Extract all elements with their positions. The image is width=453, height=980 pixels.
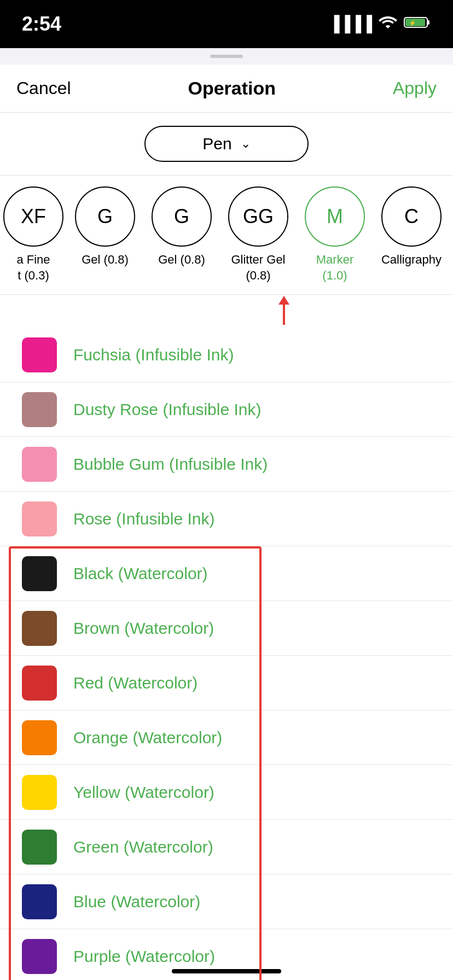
color-name-fuchsia: Fuchsia (Infusible Ink) — [73, 346, 234, 364]
color-name-yellow: Yellow (Watercolor) — [73, 783, 214, 802]
status-time: 2:54 — [22, 13, 61, 36]
cancel-button[interactable]: Cancel — [16, 78, 71, 98]
list-item[interactable]: Blue (Watercolor) — [0, 874, 453, 929]
pen-type-label-xf: a Finet (0.3) — [16, 252, 50, 283]
sheet-handle-area — [0, 48, 453, 65]
pen-type-circle-gel1: G — [75, 186, 135, 247]
pen-type-circle-calligraphy: C — [381, 186, 442, 247]
pen-type-label-gel1: Gel (0.8) — [82, 252, 129, 268]
svg-marker-5 — [278, 296, 289, 305]
status-bar: 2:54 ▐▐▐▐ ⚡ — [0, 0, 453, 48]
svg-text:⚡: ⚡ — [409, 19, 416, 27]
list-item[interactable]: Red (Watercolor) — [0, 656, 453, 710]
color-name-dustyrose: Dusty Rose (Infusible Ink) — [73, 400, 261, 419]
pen-type-item-calligraphy[interactable]: C Calligraphy — [373, 186, 450, 268]
pen-type-item-gel2[interactable]: G Gel (0.8) — [143, 186, 220, 268]
apply-button[interactable]: Apply — [393, 78, 437, 98]
wifi-icon — [379, 15, 397, 33]
color-name-bubblegum: Bubble Gum (Infusible Ink) — [73, 455, 268, 474]
color-swatch-rose — [22, 501, 57, 536]
color-list-container: Fuchsia (Infusible Ink) Dusty Rose (Infu… — [0, 328, 453, 980]
color-swatch-orange — [22, 720, 57, 755]
color-swatch-yellow — [22, 775, 57, 810]
list-item[interactable]: Black (Watercolor) — [0, 546, 453, 601]
pen-type-circle-marker: M — [305, 186, 365, 247]
dropdown-selected-value: Pen — [202, 135, 231, 153]
pen-type-circle-glitter: GG — [228, 186, 288, 247]
list-item[interactable]: Rose (Infusible Ink) — [0, 492, 453, 546]
main-container: Cancel Operation Apply Pen ⌄ XF a Finet … — [0, 48, 453, 980]
color-swatch-black — [22, 556, 57, 591]
color-swatch-red — [22, 666, 57, 701]
color-swatch-blue — [22, 884, 57, 919]
dropdown-area: Pen ⌄ — [0, 113, 453, 176]
pen-type-label-glitter: Glitter Gel(0.8) — [231, 252, 285, 283]
pen-type-label-calligraphy: Calligraphy — [381, 252, 442, 268]
pen-type-dropdown[interactable]: Pen ⌄ — [144, 126, 309, 162]
pen-type-item-gel1[interactable]: G Gel (0.8) — [67, 186, 143, 268]
color-name-blue: Blue (Watercolor) — [73, 892, 200, 911]
pen-type-circle-gel2: G — [152, 186, 212, 247]
color-name-orange: Orange (Watercolor) — [73, 728, 222, 747]
color-name-green: Green (Watercolor) — [73, 838, 213, 856]
color-swatch-green — [22, 830, 57, 865]
arrow-annotation-area — [0, 295, 453, 328]
battery-icon: ⚡ — [404, 15, 431, 33]
pen-type-circle-xf: XF — [3, 186, 63, 247]
pen-type-selector: XF a Finet (0.3) G Gel (0.8) G Gel (0.8)… — [0, 176, 453, 295]
page-title: Operation — [188, 78, 276, 99]
color-name-purple: Purple (Watercolor) — [73, 947, 215, 966]
annotation-arrow-svg — [0, 295, 453, 328]
pen-type-label-gel2: Gel (0.8) — [158, 252, 205, 268]
home-indicator — [172, 969, 281, 973]
sheet-handle — [210, 55, 243, 58]
color-name-rose: Rose (Infusible Ink) — [73, 510, 214, 528]
list-item[interactable]: Brown (Watercolor) — [0, 601, 453, 656]
list-item[interactable]: Bubble Gum (Infusible Ink) — [0, 437, 453, 492]
nav-bar: Cancel Operation Apply — [0, 65, 453, 113]
color-swatch-dustyrose — [22, 392, 57, 427]
svg-rect-1 — [427, 20, 429, 25]
color-name-red: Red (Watercolor) — [73, 674, 198, 692]
list-item[interactable]: Green (Watercolor) — [0, 820, 453, 874]
list-item[interactable]: Fuchsia (Infusible Ink) — [0, 328, 453, 382]
list-item[interactable]: Yellow (Watercolor) — [0, 765, 453, 820]
color-swatch-purple — [22, 939, 57, 974]
pen-type-item-xf[interactable]: XF a Finet (0.3) — [0, 186, 67, 283]
chevron-down-icon: ⌄ — [241, 137, 251, 151]
status-icons: ▐▐▐▐ ⚡ — [329, 15, 431, 33]
color-swatch-bubblegum — [22, 447, 57, 482]
list-item[interactable]: Dusty Rose (Infusible Ink) — [0, 382, 453, 437]
color-name-black: Black (Watercolor) — [73, 564, 208, 583]
pen-type-label-marker: Marker(1.0) — [316, 252, 353, 283]
signal-icon: ▐▐▐▐ — [329, 15, 372, 33]
color-list: Fuchsia (Infusible Ink) Dusty Rose (Infu… — [0, 328, 453, 980]
pen-type-item-glitter[interactable]: GG Glitter Gel(0.8) — [220, 186, 297, 283]
color-swatch-brown — [22, 611, 57, 646]
list-item[interactable]: Orange (Watercolor) — [0, 710, 453, 765]
color-name-brown: Brown (Watercolor) — [73, 619, 214, 638]
color-swatch-fuchsia — [22, 337, 57, 372]
pen-type-item-marker[interactable]: M Marker(1.0) — [297, 186, 373, 283]
